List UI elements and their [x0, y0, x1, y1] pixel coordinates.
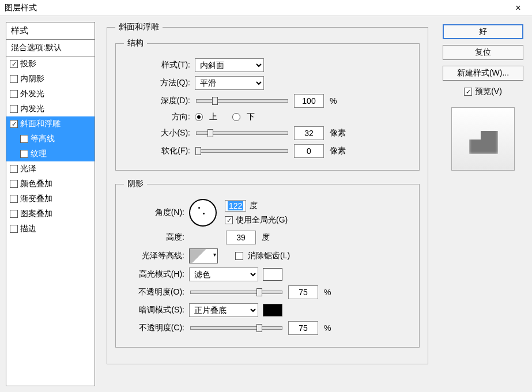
preview-checkbox[interactable]	[464, 88, 472, 96]
style-item-6[interactable]: 纹理	[6, 146, 95, 161]
style-label-4: 斜面和浮雕	[20, 119, 61, 129]
style-checkbox-2[interactable]	[10, 90, 18, 98]
style-item-10[interactable]: 图案叠加	[6, 206, 95, 221]
style-label-9: 渐变叠加	[20, 194, 52, 204]
style-checkbox-4[interactable]	[10, 120, 18, 128]
bevel-legend: 斜面和浮雕	[115, 22, 163, 32]
highlight-opacity-unit: %	[324, 288, 331, 297]
styles-panel: 样式 混合选项:默认 投影内阴影外发光内发光斜面和浮雕等高线纹理光泽颜色叠加渐变…	[6, 22, 95, 386]
style-checkbox-3[interactable]	[10, 105, 18, 113]
preview-label: 预览(V)	[475, 86, 502, 97]
style-checkbox-7[interactable]	[10, 165, 18, 173]
ok-button[interactable]: 好	[443, 24, 523, 39]
highlight-mode-select[interactable]: 滤色	[189, 267, 258, 281]
close-icon[interactable]: ×	[507, 1, 530, 15]
shadow-mode-select[interactable]: 正片叠底	[189, 303, 258, 317]
style-label: 样式(T):	[124, 60, 190, 70]
angle-dial[interactable]	[189, 199, 217, 227]
shadow-opacity-slider[interactable]	[190, 326, 282, 330]
shadow-color-swatch[interactable]	[263, 304, 282, 316]
main-panel: 斜面和浮雕 结构 样式(T): 内斜面 方法(Q): 平滑 深度(D): %	[107, 22, 428, 386]
style-item-5[interactable]: 等高线	[6, 131, 95, 146]
size-slider[interactable]	[196, 131, 288, 135]
size-unit: 像素	[330, 128, 346, 138]
shading-legend: 阴影	[124, 179, 147, 189]
structure-legend: 结构	[124, 38, 147, 48]
shadow-opacity-input[interactable]	[288, 321, 318, 335]
depth-input[interactable]	[294, 94, 324, 108]
style-item-4[interactable]: 斜面和浮雕	[6, 116, 95, 131]
highlight-opacity-input[interactable]	[288, 285, 318, 299]
style-label-3: 内发光	[20, 104, 44, 114]
depth-slider[interactable]	[196, 99, 288, 103]
style-label-6: 纹理	[31, 149, 47, 159]
style-checkbox-8[interactable]	[10, 180, 18, 188]
style-checkbox-0[interactable]	[10, 60, 18, 68]
altitude-label: 高度:	[124, 232, 184, 243]
gloss-contour-label: 光泽等高线:	[124, 251, 184, 261]
style-item-0[interactable]: 投影	[6, 56, 95, 71]
direction-down-radio[interactable]	[232, 113, 240, 121]
angle-unit: 度	[250, 201, 258, 211]
style-list: 投影内阴影外发光内发光斜面和浮雕等高线纹理光泽颜色叠加渐变叠加图案叠加描边	[6, 56, 95, 386]
highlight-color-swatch[interactable]	[263, 268, 282, 281]
styles-header: 样式	[6, 22, 95, 40]
window-title: 图层样式	[5, 3, 37, 13]
style-item-11[interactable]: 描边	[6, 221, 95, 236]
method-select[interactable]: 平滑	[195, 76, 264, 90]
global-light-checkbox[interactable]	[225, 216, 233, 224]
style-checkbox-11[interactable]	[10, 225, 18, 233]
angle-label: 角度(N):	[124, 208, 184, 218]
style-item-9[interactable]: 渐变叠加	[6, 191, 95, 206]
style-label-2: 外发光	[20, 89, 44, 99]
style-item-2[interactable]: 外发光	[6, 86, 95, 101]
gloss-contour-picker[interactable]	[189, 248, 218, 263]
style-label-5: 等高线	[31, 134, 55, 144]
style-checkbox-5[interactable]	[20, 135, 28, 143]
cancel-button[interactable]: 复位	[443, 45, 523, 60]
depth-unit: %	[330, 96, 337, 105]
direction-down-label: 下	[247, 112, 255, 122]
style-label-8: 颜色叠加	[20, 179, 52, 189]
direction-label: 方向:	[124, 112, 190, 122]
new-style-button[interactable]: 新建样式(W)...	[443, 66, 523, 81]
method-label: 方法(Q):	[124, 78, 190, 88]
style-label-11: 描边	[20, 224, 36, 234]
style-label-0: 投影	[20, 59, 36, 69]
blend-options-header[interactable]: 混合选项:默认	[6, 40, 95, 56]
style-checkbox-10[interactable]	[10, 210, 18, 218]
style-checkbox-9[interactable]	[10, 195, 18, 203]
style-label-1: 内阴影	[20, 74, 44, 84]
soften-input[interactable]	[294, 144, 324, 158]
soften-unit: 像素	[330, 146, 346, 156]
soften-slider[interactable]	[196, 149, 288, 153]
style-item-8[interactable]: 颜色叠加	[6, 176, 95, 191]
shadow-opacity-label: 不透明度(C):	[124, 323, 184, 333]
bevel-emboss-group: 斜面和浮雕 结构 样式(T): 内斜面 方法(Q): 平滑 深度(D): %	[107, 22, 428, 364]
style-item-7[interactable]: 光泽	[6, 161, 95, 176]
direction-up-radio[interactable]	[195, 113, 203, 121]
altitude-input[interactable]	[226, 231, 256, 244]
size-input[interactable]	[294, 126, 324, 140]
preview-thumbnail	[451, 107, 515, 171]
antialias-label: 消除锯齿(L)	[248, 251, 290, 261]
structure-group: 结构 样式(T): 内斜面 方法(Q): 平滑 深度(D): % 方向:	[115, 38, 420, 171]
right-panel: 好 复位 新建样式(W)... 预览(V)	[440, 22, 526, 386]
style-select[interactable]: 内斜面	[195, 58, 264, 72]
angle-input[interactable]: 122	[225, 200, 246, 212]
highlight-opacity-slider[interactable]	[190, 291, 282, 294]
style-checkbox-6[interactable]	[20, 150, 28, 158]
style-item-1[interactable]: 内阴影	[6, 71, 95, 86]
style-item-3[interactable]: 内发光	[6, 101, 95, 116]
shadow-opacity-unit: %	[324, 323, 331, 333]
style-label-7: 光泽	[20, 164, 36, 174]
style-label-10: 图案叠加	[20, 209, 52, 219]
highlight-opacity-label: 不透明度(O):	[124, 287, 184, 297]
highlight-mode-label: 高光模式(H):	[124, 269, 184, 280]
altitude-unit: 度	[262, 232, 270, 243]
direction-up-label: 上	[209, 112, 217, 122]
antialias-checkbox[interactable]	[235, 252, 243, 260]
shading-group: 阴影 角度(N): 122 度 使用全局光(G)	[115, 179, 420, 348]
depth-label: 深度(D):	[124, 96, 190, 106]
style-checkbox-1[interactable]	[10, 75, 18, 83]
